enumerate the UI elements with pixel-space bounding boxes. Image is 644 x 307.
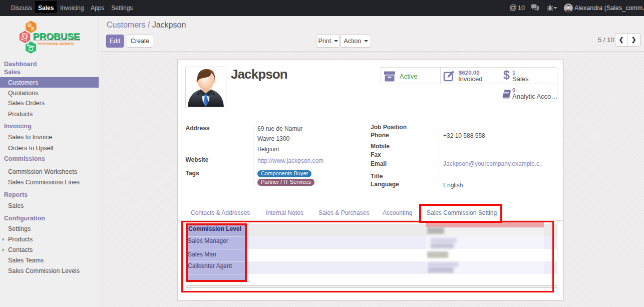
svg-text:PROBUSE: PROBUSE [33, 31, 80, 42]
svg-text:PROFESSIONAL BUSINESS: PROFESSIONAL BUSINESS [38, 42, 74, 46]
